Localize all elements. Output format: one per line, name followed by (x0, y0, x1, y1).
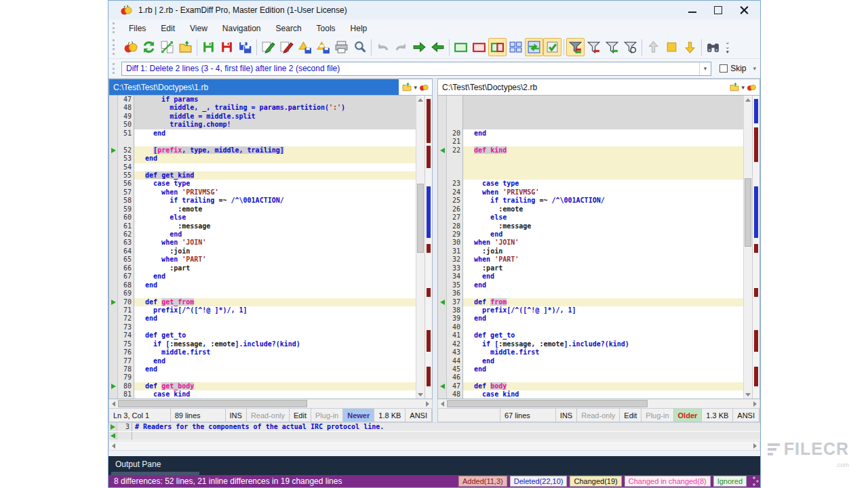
options-icon[interactable] (543, 38, 561, 56)
preview-horizontal-scrollbar[interactable] (108, 441, 760, 451)
scroll-right-icon[interactable] (753, 443, 757, 449)
redo-icon[interactable] (392, 38, 410, 56)
go-next-diff-icon[interactable] (681, 38, 699, 56)
compare-apples-icon[interactable] (746, 82, 757, 92)
scroll-down-icon[interactable] (416, 390, 425, 399)
menu-edit[interactable]: Edit (153, 22, 182, 35)
code-line[interactable]: 65 when 'PART' (109, 256, 416, 264)
code-line[interactable]: 58 if trailing =~ /^\001ACTION/ (109, 197, 416, 205)
pane-splitter[interactable] (433, 96, 437, 399)
code-line[interactable]: 61 :message (109, 222, 416, 230)
code-line[interactable]: 56 case type (109, 180, 416, 188)
edit-first-icon[interactable] (259, 38, 277, 56)
first-pane-icon[interactable] (452, 38, 470, 56)
code-line[interactable]: 53 end (109, 155, 416, 163)
code-line[interactable]: 67 end (109, 272, 416, 281)
code-line[interactable]: 69 (109, 289, 416, 298)
code-line[interactable] (438, 121, 743, 129)
code-line[interactable]: 70 def get_from (109, 298, 416, 306)
vscroll-thumb[interactable] (417, 184, 424, 253)
code-line[interactable]: 80 def get_body (109, 382, 416, 390)
menu-files[interactable]: Files (121, 22, 153, 35)
edit-second-icon[interactable] (277, 38, 296, 56)
code-line[interactable]: 73 (109, 323, 416, 331)
compare-icon[interactable] (121, 38, 140, 56)
code-line[interactable]: 68 end (109, 281, 416, 289)
code-line[interactable]: 79 (109, 373, 416, 382)
diffbar-overflow-icon[interactable]: ▾ (753, 65, 756, 72)
code-line[interactable]: 22 def kind (438, 146, 743, 155)
code-line[interactable]: 48 case kind (438, 390, 743, 399)
code-line[interactable] (438, 163, 743, 171)
code-line[interactable]: 49 middle = middle.split (109, 113, 416, 121)
code-line[interactable] (438, 155, 743, 163)
code-line[interactable]: 31 :join (438, 247, 743, 256)
code-line[interactable]: 39 end (438, 314, 743, 323)
save-second-as-icon[interactable] (314, 38, 332, 56)
code-line[interactable] (438, 104, 743, 112)
code-line[interactable]: 45 end (438, 365, 743, 373)
code-line[interactable]: 59 :emote (109, 205, 416, 214)
code-line[interactable]: 50 trailing.chomp! (109, 121, 416, 129)
vscroll-thumb[interactable] (745, 178, 751, 247)
scroll-up-icon[interactable] (416, 96, 425, 104)
menu-search[interactable]: Search (269, 22, 309, 35)
code-line[interactable]: 28 :message (438, 222, 743, 230)
code-line[interactable]: 57 when 'PRIVMSG' (109, 188, 416, 197)
code-line[interactable] (438, 171, 743, 180)
right-diff-map[interactable] (752, 96, 760, 399)
left-file-path[interactable]: C:\Test\Test\Doctypes\1.rb (109, 79, 399, 95)
scroll-down-icon[interactable] (744, 390, 752, 399)
code-line[interactable]: 72 end (109, 314, 416, 323)
code-line[interactable]: 42 if [:message, :emote].include?(kind) (438, 340, 743, 348)
code-line[interactable]: 78 end (109, 365, 416, 373)
scroll-left-icon[interactable] (109, 401, 118, 407)
code-line[interactable]: 48 middle, _, trailing = params.partitio… (109, 104, 416, 112)
copy-to-left-icon[interactable] (429, 38, 447, 56)
code-line[interactable]: 38 prefix[/^([^!@ ]*)/, 1] (438, 306, 743, 314)
code-line[interactable]: 20 end (438, 129, 743, 138)
output-pane-bar[interactable]: Output Pane (108, 456, 760, 472)
code-line[interactable]: 33 :part (438, 264, 743, 272)
compare-apples-icon[interactable] (418, 82, 429, 92)
right-file-path[interactable]: C:\Test\Test\Doctypes\2.rb (438, 79, 726, 95)
code-line[interactable]: 44 end (438, 357, 743, 365)
diffbar-grip[interactable] (113, 63, 117, 75)
code-line[interactable]: 35 end (438, 281, 743, 289)
open-icon[interactable] (176, 38, 195, 56)
print-icon[interactable] (332, 38, 351, 56)
code-line[interactable]: 52 [prefix, type, middle, trailing] (109, 146, 416, 155)
menu-grip[interactable] (113, 22, 117, 34)
preview-line[interactable]: 3# Readers for the components of the act… (108, 423, 760, 432)
right-horizontal-scrollbar[interactable] (437, 399, 760, 409)
close-button[interactable] (740, 6, 748, 14)
undo-icon[interactable] (374, 38, 392, 56)
code-line[interactable]: 29 end (438, 230, 743, 239)
code-line[interactable]: 26 :emote (438, 205, 743, 214)
swap-icon[interactable] (158, 38, 176, 56)
maximize-button[interactable] (714, 6, 722, 14)
scroll-right-icon[interactable] (751, 401, 760, 407)
code-line[interactable] (109, 138, 416, 146)
filter-all-icon[interactable] (566, 38, 585, 56)
code-line[interactable]: 30 when 'JOIN' (438, 239, 743, 247)
right-vertical-scrollbar[interactable] (743, 96, 752, 399)
resize-grip[interactable] (749, 476, 759, 486)
split-pane-icon[interactable] (488, 38, 507, 56)
code-line[interactable] (438, 113, 743, 121)
code-line[interactable]: 76 middle.first (109, 348, 416, 357)
code-line[interactable]: 81 case kind (109, 390, 416, 399)
skip-checkbox[interactable] (719, 64, 728, 73)
code-line[interactable]: 23 case type (438, 180, 743, 188)
code-line[interactable]: 75 if [:message, :emote].include?(kind) (109, 340, 416, 348)
code-line[interactable]: 37 def from (438, 298, 743, 306)
code-line[interactable]: 21 (438, 138, 743, 146)
toolbar-overflow-icon[interactable]: ⌄⌄▾ (725, 40, 730, 54)
scroll-up-icon[interactable] (744, 96, 752, 104)
code-line[interactable]: 40 (438, 323, 743, 331)
filter-added-icon[interactable] (603, 38, 621, 56)
code-line[interactable]: 55 def get_kind (109, 171, 416, 180)
code-line[interactable]: 47 def body (438, 382, 743, 390)
code-line[interactable]: 64 :join (109, 247, 416, 256)
preview-line[interactable] (108, 432, 760, 441)
